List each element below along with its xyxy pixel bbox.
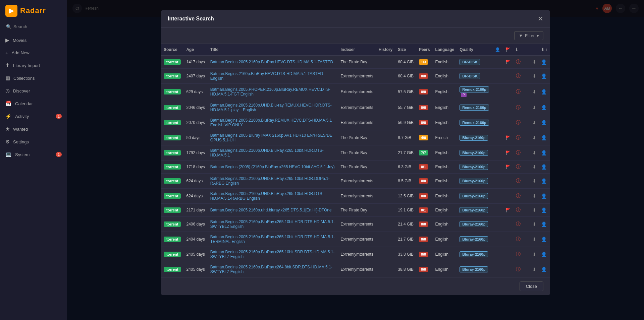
row-6-source-badge: torrent [164,150,181,155]
row-7-title-link[interactable]: Batman Begins (2005) (2160p BluRay x265 … [210,165,335,169]
row-6-peers-badge: 7/7 [419,150,428,155]
flag-icon: 🚩 [505,60,511,64]
row-5-title[interactable]: Batman Begins 2005 Bluray IMAX 2160p AV1… [208,130,338,145]
row-14-quality: Bluray-2160p [457,262,492,277]
row-3-source-badge: torrent [164,105,181,110]
row-12-title-link[interactable]: Batman.Begins.2005.2160p.BluRay.x265.10b… [210,235,335,244]
sidebar-item-library-import[interactable]: ⬆Library Import [0,59,67,72]
row-1-quality: BR-DISK [457,69,492,84]
row-3-title-link[interactable]: Batman.Begins.2005.2160p.UHD.Blu-ray.REM… [210,103,332,112]
row-14-title-link[interactable]: Batman.Begins.2005.2160p.BluRay.x264.8bi… [210,265,332,274]
row-7-person-btn[interactable]: 👤 [540,163,547,171]
row-12-title[interactable]: Batman.Begins.2005.2160p.BluRay.x265.10b… [208,232,338,247]
search-bar[interactable]: 🔍 Search [0,21,67,32]
row-7-download-btn[interactable]: ⬇ [531,163,538,171]
row-13-download-btn[interactable]: ⬇ [531,251,538,258]
row-5-download-btn[interactable]: ⬇ [531,134,538,141]
row-0-download-btn[interactable]: ⬇ [531,58,538,66]
row-14-download-btn[interactable]: ⬇ [531,266,538,273]
row-14-person-btn[interactable]: 👤 [540,266,547,273]
row-8-actions: ⬇ 👤 [523,174,550,189]
row-6-title[interactable]: Batman.Begins.2005.2160p.UHD.BluRay.x265… [208,145,338,161]
sidebar-item-add-new[interactable]: +Add New [0,47,67,59]
modal-close-button[interactable]: ✕ [538,15,543,23]
sidebar-item-collections[interactable]: ▦Collections [0,72,67,84]
close-button[interactable]: Close [520,281,543,291]
row-12-warn-col: ⓘ [513,232,523,247]
row-4-warn-col: ⓘ [513,115,523,130]
logo-text: Radarr [20,6,46,15]
row-12-download-btn[interactable]: ⬇ [531,236,538,243]
row-2-person-btn[interactable]: 👤 [540,88,547,95]
row-2-download-btn[interactable]: ⬇ [531,88,538,95]
row-11-download-btn[interactable]: ⬇ [531,220,538,228]
row-10-person-btn[interactable]: 👤 [540,206,547,214]
row-9-title-link[interactable]: Batman.Begins.2005.2160p.UHD.BluRay.x265… [210,191,324,201]
row-14-size: 38.8 GiB [395,262,416,277]
row-10-download-btn[interactable]: ⬇ [531,206,538,214]
row-9-download-btn[interactable]: ⬇ [531,192,538,200]
row-4-person-btn[interactable]: 👤 [540,119,547,126]
sidebar-item-wanted[interactable]: ★Wanted [0,123,67,135]
row-3-title[interactable]: Batman.Begins.2005.2160p.UHD.Blu-ray.REM… [208,100,338,115]
row-13-person-btn[interactable]: 👤 [540,251,547,258]
sidebar-item-system[interactable]: 💻System1 [0,148,67,161]
row-10-title-link[interactable]: Batman.Begins.2005.2160p.uhd.bluray.x265… [210,208,332,212]
row-5-title-link[interactable]: Batman Begins 2005 Bluray IMAX 2160p AV1… [210,133,332,142]
row-6-download-btn[interactable]: ⬇ [531,149,538,156]
sidebar-item-discover[interactable]: ◎Discover [0,84,67,97]
sidebar-item-activity[interactable]: ⚡Activity1 [0,110,67,123]
row-1-person-btn[interactable]: 👤 [540,72,547,80]
row-1-title[interactable]: Batman.Begins.2160p.BluRay.HEVC.DTS-HD.M… [208,69,338,84]
filter-button[interactable]: ▼ Filter ▾ [514,31,543,40]
row-2-title-link[interactable]: Batman.Begins.2005.PROPER.2160p.BluRay.R… [210,87,330,97]
row-11-title[interactable]: Batman.Begins.2005.2160p.BluRay.x265.10b… [208,217,338,232]
row-12-quality-badge: Bluray-2160p [460,236,488,242]
row-8-title[interactable]: Batman.Begins.2005.2160p.UHD.BluRay.x265… [208,174,338,189]
row-11-person-btn[interactable]: 👤 [540,220,547,228]
row-3-download-btn[interactable]: ⬇ [531,104,538,111]
row-13-title[interactable]: Batman.Begins.2005.2160p.BluRay.x265.10b… [208,247,338,262]
row-13-title-link[interactable]: Batman.Begins.2005.2160p.BluRay.x265.10b… [210,250,335,259]
row-8-person-btn[interactable]: 👤 [540,177,547,185]
row-1-title-link[interactable]: Batman.Begins.2160p.BluRay.HEVC.DTS-HD.M… [210,71,323,81]
row-0-title[interactable]: Batman.Begins.2005.2160p.BluRay.HEVC.DTS… [208,56,338,69]
row-0-warn-col: ⓘ [513,56,523,69]
row-6-title-link[interactable]: Batman.Begins.2005.2160p.UHD.BluRay.x265… [210,148,324,157]
row-2-title[interactable]: Batman.Begins.2005.PROPER.2160p.BluRay.R… [208,84,338,100]
row-8-title-link[interactable]: Batman.Begins.2005.2160p.UHD.BluRay.x265… [210,176,330,186]
row-9-size: 12.5 GiB [395,189,416,204]
row-14-person-col [492,262,503,277]
row-4-age: 2070 days [183,115,207,130]
row-11-quality-badge: Bluray-2160p [460,221,488,227]
row-8-download-btn[interactable]: ⬇ [531,177,538,185]
row-10-source-badge: torrent [164,207,181,213]
sidebar-item-calendar[interactable]: 📅Calendar [0,97,67,110]
row-7-title[interactable]: Batman Begins (2005) (2160p BluRay x265 … [208,161,338,174]
sidebar-item-settings[interactable]: ⚙Settings [0,135,67,148]
sidebar-label-system: System [15,152,30,157]
row-1-download-btn[interactable]: ⬇ [531,72,538,80]
row-9-indexer: Extremlymtorrents [338,189,376,204]
table-row: torrent50 daysBatman Begins 2005 Bluray … [161,130,550,145]
row-14-title[interactable]: Batman.Begins.2005.2160p.BluRay.x264.8bi… [208,262,338,277]
row-6-person-btn[interactable]: 👤 [540,149,547,156]
row-0-person-btn[interactable]: 👤 [540,58,547,66]
row-4-title[interactable]: Batman.Begins.2005.2160p.BluRay.REMUX.HE… [208,115,338,130]
sidebar-item-movies[interactable]: ▶Movies [0,34,67,47]
results-table-container[interactable]: Source Age Title Indexer History Size Pe… [161,44,550,277]
row-9-person-btn[interactable]: 👤 [540,192,547,200]
row-4-download-btn[interactable]: ⬇ [531,119,538,126]
row-12-peers: 0/0 [416,232,433,247]
row-4-title-link[interactable]: Batman.Begins.2005.2160p.BluRay.REMUX.HE… [210,118,332,127]
row-12-person-btn[interactable]: 👤 [540,236,547,243]
row-5-person-btn[interactable]: 👤 [540,134,547,141]
row-11-title-link[interactable]: Batman.Begins.2005.2160p.BluRay.x265.10b… [210,219,335,229]
sidebar-badge-system: 1 [56,152,62,157]
row-3-person-btn[interactable]: 👤 [540,104,547,111]
row-10-title[interactable]: Batman.Begins.2005.2160p.uhd.bluray.x265… [208,204,338,217]
table-row: torrent629 daysBatman.Begins.2005.PROPER… [161,84,550,100]
row-1-person-col [492,69,503,84]
row-9-title[interactable]: Batman.Begins.2005.2160p.UHD.BluRay.x265… [208,189,338,204]
row-0-title-link[interactable]: Batman.Begins.2005.2160p.BluRay.HEVC.DTS… [210,60,333,64]
